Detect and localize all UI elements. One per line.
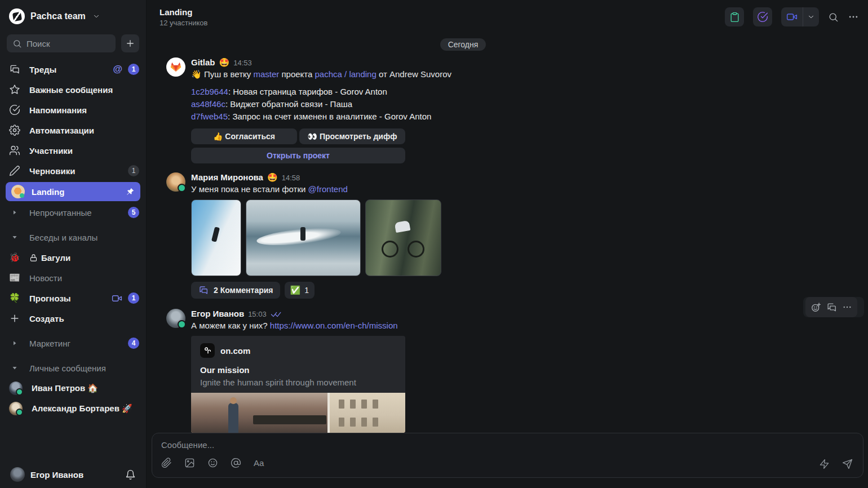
timestamp: 15:03 — [248, 310, 267, 318]
mention-link[interactable]: @frontend — [308, 184, 348, 194]
sidebar-item-important[interactable]: Важные сообщения — [0, 79, 146, 100]
sender-name[interactable]: Gitlab — [191, 57, 215, 67]
pencil-icon — [9, 165, 20, 176]
chevron-down-icon[interactable] — [803, 13, 819, 21]
sidebar-item-label: Прогнозы — [29, 294, 103, 303]
unread-badge: 4 — [128, 338, 139, 349]
commit-line: as48f46c: Виджет обратной связи - Паша — [191, 98, 868, 110]
sidebar-item-drafts[interactable]: Черновики 1 — [0, 161, 146, 181]
sidebar-item-label: Треды — [29, 65, 104, 74]
unread-badge: 1 — [128, 64, 139, 75]
message-text: А можем как у них? — [191, 321, 270, 330]
clipboard-icon — [729, 12, 740, 23]
comments-button[interactable]: 2 Комментария — [191, 282, 280, 299]
image-icon[interactable] — [184, 458, 195, 468]
check-circle-icon — [757, 11, 768, 23]
commit-line: 1c2b9644: Новая страница тарифов - Gorov… — [191, 86, 868, 98]
sidebar-item-automations[interactable]: Автоматизации — [0, 120, 146, 140]
add-button[interactable] — [121, 34, 139, 52]
add-reaction-icon[interactable] — [811, 302, 821, 313]
message-input[interactable] — [161, 440, 854, 450]
sidebar-item-reminders[interactable]: Напоминания — [0, 100, 146, 120]
drafts-badge: 1 — [128, 165, 139, 176]
call-button-group[interactable] — [781, 7, 819, 26]
branch-link[interactable]: master — [253, 69, 279, 79]
sender-name[interactable]: Мария Миронова — [191, 172, 263, 182]
view-diff-button[interactable]: 👀 Просмотреть дифф — [299, 128, 405, 144]
reply-thread-icon[interactable] — [826, 302, 837, 313]
on-logo-icon — [200, 343, 215, 358]
done-button[interactable] — [753, 7, 772, 26]
search-box[interactable] — [7, 34, 116, 52]
threads-icon — [9, 64, 20, 75]
emoji-icon[interactable] — [207, 458, 218, 468]
sidebar-group-label: Непрочитанные — [29, 208, 119, 218]
search-input[interactable] — [26, 39, 94, 48]
current-user-bar[interactable]: Егор Иванов — [0, 461, 146, 488]
commit-hash-link[interactable]: d7fweb45 — [191, 112, 228, 121]
reaction-count: 1 — [304, 286, 309, 295]
sidebar-section-channels[interactable]: Беседы и каналы — [0, 227, 146, 247]
project-link[interactable]: pachca / landing — [315, 69, 377, 79]
sidebar-item-members[interactable]: Участники — [0, 140, 146, 161]
timestamp: 14:58 — [282, 174, 300, 182]
page-title: Landing — [160, 7, 725, 17]
reaction-chip[interactable]: ✅ 1 — [285, 282, 315, 299]
check-emoji: ✅ — [290, 285, 301, 295]
link-preview-card[interactable]: on.com Our mission Ignite the human spir… — [191, 336, 405, 433]
more-icon[interactable] — [842, 302, 852, 312]
photo-surfer[interactable] — [246, 199, 361, 276]
sidebar-item-dm-alexandr[interactable]: Александр Бортарев 🚀 — [0, 398, 146, 419]
sidebar-item-create[interactable]: Создать — [0, 308, 146, 329]
gear-icon — [9, 125, 20, 136]
format-text-button[interactable]: Aa — [254, 458, 264, 468]
avatar[interactable] — [166, 57, 185, 77]
message-composer[interactable]: Aa — [152, 433, 863, 478]
video-camera-icon[interactable] — [781, 11, 803, 23]
sidebar-section-dms[interactable]: Личные сообщения — [0, 358, 146, 378]
avatar[interactable] — [166, 172, 185, 192]
check-circle-icon — [9, 104, 20, 116]
mention-icon[interactable] — [231, 458, 241, 468]
workspace-name: Pachca team — [30, 11, 86, 21]
more-icon[interactable] — [848, 11, 859, 23]
sidebar-group-unread[interactable]: Непрочитанные 5 — [0, 202, 146, 223]
attach-icon[interactable] — [161, 458, 172, 468]
tasks-button[interactable] — [725, 7, 744, 26]
bell-icon[interactable] — [125, 469, 136, 480]
preview-description: Ignite the human spirit through movement — [200, 378, 396, 387]
sidebar-item-dm-ivan[interactable]: Иван Петров 🏠 — [0, 378, 146, 398]
avatar[interactable] — [166, 309, 185, 328]
url-link[interactable]: https://www.on.com/en-ch/mission — [270, 321, 398, 330]
message-text: У меня пока не встали фотки — [191, 184, 308, 194]
commit-list: 1c2b9644: Новая страница тарифов - Gorov… — [191, 86, 868, 123]
search-icon[interactable] — [828, 12, 839, 23]
caret-down-icon — [9, 232, 20, 243]
workspace-switcher[interactable]: Pachca team — [0, 0, 146, 30]
search-icon — [12, 39, 22, 48]
date-chip: Сегодня — [440, 38, 486, 51]
message-egor: Егор Иванов 15:03 А можем как у них? htt… — [147, 309, 868, 433]
sidebar-item-forecasts[interactable]: 🍀 Прогнозы 1 — [0, 288, 146, 308]
sidebar-item-label: Автоматизации — [29, 126, 139, 135]
sidebar-item-label: Иван Петров 🏠 — [32, 383, 139, 393]
sidebar-item-news[interactable]: 📰 Новости — [0, 268, 146, 288]
open-project-button[interactable]: Открыть проект — [191, 148, 405, 163]
sender-name[interactable]: Егор Иванов — [191, 309, 244, 318]
photo-skier[interactable] — [191, 199, 241, 276]
caret-down-icon — [9, 362, 20, 374]
lock-icon — [29, 254, 38, 262]
send-icon[interactable] — [842, 459, 853, 469]
sidebar-item-baguli[interactable]: 🐞 Багули — [0, 247, 146, 268]
lightning-icon[interactable] — [819, 459, 830, 469]
commit-hash-link[interactable]: as48f46c — [191, 99, 225, 109]
sidebar-item-label: Landing — [32, 187, 119, 197]
sidebar-group-marketing[interactable]: Маркетинг 4 — [0, 333, 146, 353]
commit-hash-link[interactable]: 1c2b9644 — [191, 87, 228, 96]
sidebar-item-landing-selected[interactable]: Landing — [6, 182, 140, 201]
agree-button[interactable]: 👍 Согласиться — [191, 128, 297, 144]
sidebar-item-threads[interactable]: Треды @ 1 — [0, 59, 146, 79]
pachca-logo-icon — [9, 8, 25, 24]
photo-cyclist[interactable] — [365, 199, 441, 276]
sidebar-item-label: Напоминания — [29, 105, 139, 115]
